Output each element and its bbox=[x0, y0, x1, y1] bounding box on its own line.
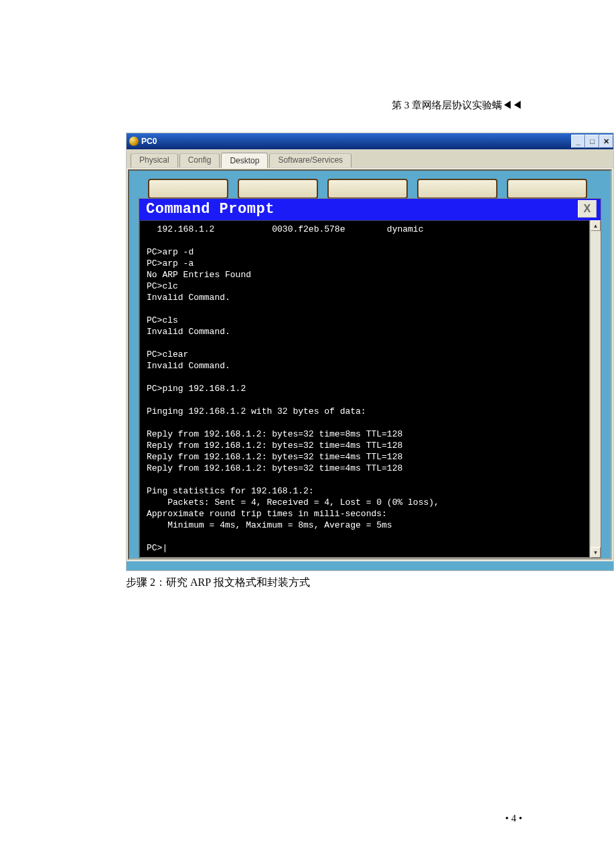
terminal-scrollbar[interactable]: ▲ ▼ bbox=[590, 220, 601, 558]
desktop-tile[interactable] bbox=[327, 179, 408, 199]
window-title: PC0 bbox=[141, 137, 571, 146]
window-controls: _ □ ✕ bbox=[571, 135, 613, 148]
pc0-window: PC0 _ □ ✕ Physical Config Desktop Softwa… bbox=[127, 133, 613, 570]
figure-caption: 步骤 2：研究 ARP 报文格式和封装方式 bbox=[126, 576, 310, 590]
desktop-tile[interactable] bbox=[417, 179, 497, 199]
app-icon bbox=[129, 137, 139, 146]
tab-physical[interactable]: Physical bbox=[131, 153, 178, 167]
chapter-header: 第 3 章网络层协议实验螨◀◀ bbox=[392, 99, 522, 112]
terminal-output[interactable]: 192.168.1.2 0030.f2eb.578e dynamic PC>ar… bbox=[139, 220, 590, 558]
tab-software-services[interactable]: Software/Services bbox=[269, 153, 352, 167]
scroll-up-button[interactable]: ▲ bbox=[591, 220, 601, 231]
tab-config[interactable]: Config bbox=[179, 153, 220, 167]
desktop-workarea: Command Prompt X 192.168.1.2 0030.f2eb.5… bbox=[128, 169, 612, 560]
command-prompt-window: Command Prompt X 192.168.1.2 0030.f2eb.5… bbox=[139, 198, 601, 558]
desktop-tile[interactable] bbox=[148, 179, 228, 199]
minimize-button[interactable]: _ bbox=[571, 135, 585, 148]
page-number: • 4 • bbox=[505, 813, 522, 824]
tabs-bar: Physical Config Desktop Software/Service… bbox=[127, 149, 613, 168]
desktop-tile[interactable] bbox=[238, 179, 318, 199]
terminal-body-wrap: 192.168.1.2 0030.f2eb.578e dynamic PC>ar… bbox=[139, 220, 601, 558]
scroll-down-button[interactable]: ▼ bbox=[591, 547, 601, 558]
maximize-button[interactable]: □ bbox=[585, 135, 599, 148]
command-prompt-title: Command Prompt bbox=[146, 201, 578, 218]
desktop-tile[interactable] bbox=[507, 179, 587, 199]
command-prompt-close-button[interactable]: X bbox=[578, 200, 597, 218]
tab-desktop[interactable]: Desktop bbox=[221, 153, 268, 168]
scroll-track[interactable] bbox=[591, 231, 601, 547]
workarea-bottom-strip bbox=[127, 561, 613, 570]
window-titlebar[interactable]: PC0 _ □ ✕ bbox=[127, 133, 613, 149]
command-prompt-titlebar[interactable]: Command Prompt X bbox=[139, 199, 601, 220]
screenshot-figure: PC0 _ □ ✕ Physical Config Desktop Softwa… bbox=[126, 133, 614, 571]
window-close-button[interactable]: ✕ bbox=[599, 135, 613, 148]
